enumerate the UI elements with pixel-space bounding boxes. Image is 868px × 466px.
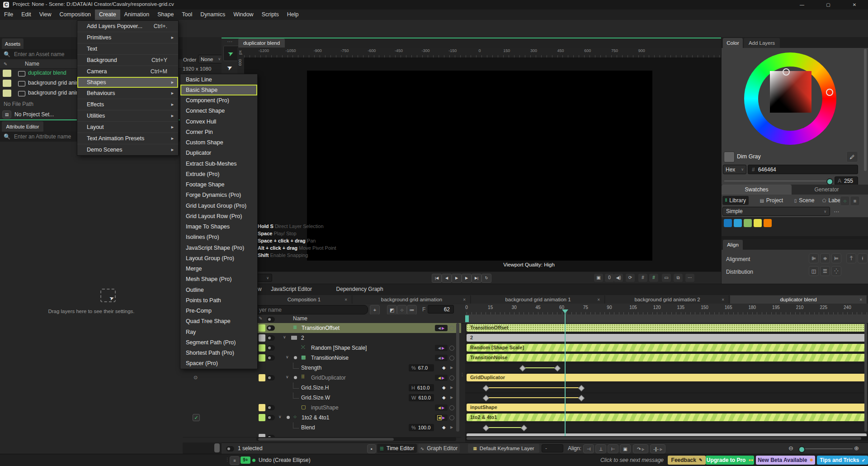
input-arrow-icon[interactable]: ◀ [438, 406, 441, 410]
attribute-value-field[interactable]: %67.0 [409, 364, 434, 371]
minimize-button[interactable]: — [796, 1, 808, 9]
layer-color-swatch[interactable] [259, 334, 265, 342]
submenu-item-segment-path-pro-[interactable]: Segment Path (Pro) [180, 337, 257, 347]
track-bar[interactable]: Random [Shape Scale] [467, 344, 867, 352]
layer-io-buttons[interactable]: ◀▶ [435, 375, 448, 381]
layer-target-circle[interactable] [449, 415, 454, 420]
submenu-item-outline[interactable]: Outline [180, 285, 257, 295]
swatch-chip[interactable] [734, 219, 742, 227]
lib-tab-project[interactable]: ▤Project [757, 196, 786, 205]
menu-item-text-animation-presets[interactable]: Text Animation Presets► [77, 133, 178, 144]
submenu-item-component-pro-[interactable]: Component (Pro) [180, 95, 257, 106]
keyframe-align-button[interactable]: ▣ [620, 444, 631, 453]
layer-row-1to2-4to1[interactable]: ∨⁘1to2 & 4to1◀▶ [183, 413, 461, 423]
zoom-out-icon[interactable]: ⊖ [788, 445, 793, 452]
tab-generator[interactable]: Generator [792, 185, 862, 195]
alpha-field[interactable]: A 255 [835, 176, 858, 185]
timeline-ruler[interactable]: 0153045607590105120135150165180195210225… [465, 304, 868, 315]
keyframe[interactable] [521, 425, 527, 431]
menu-window[interactable]: Window [229, 10, 257, 20]
keyframe-snap-button[interactable]: ↷ ▹ [633, 444, 648, 453]
keyframe-toggle-icon[interactable]: ◆ [442, 425, 446, 430]
output-arrow-icon[interactable]: ▶ [442, 356, 444, 360]
transport-play-button[interactable]: ▶ [452, 274, 462, 283]
input-arrow-icon[interactable]: ◀ [438, 326, 441, 330]
expression-arrow-icon[interactable]: ▶ [450, 385, 453, 390]
menu-shape[interactable]: Shape [153, 10, 178, 20]
keyframe[interactable] [483, 395, 489, 401]
dopesheet[interactable]: 0153045607590105120135150165180195210225… [465, 304, 868, 443]
dopesheet-vscroll[interactable] [864, 323, 867, 432]
submenu-item-pre-comp[interactable]: Pre-Comp [180, 306, 257, 316]
menu-edit[interactable]: Edit [17, 10, 35, 20]
track-bar[interactable]: 1to2 & 4to1 [467, 414, 867, 421]
menu-file[interactable]: File [0, 10, 17, 20]
sv-handle[interactable] [783, 68, 790, 76]
menu-scripts[interactable]: Scripts [258, 10, 283, 20]
menu-item-effects[interactable]: Effects► [77, 99, 178, 110]
layer-target-circle[interactable] [449, 376, 454, 380]
swatch-chip[interactable] [754, 219, 762, 227]
next-message-link[interactable]: Click to see next message [592, 457, 664, 463]
viewport-refresh-icon[interactable]: ⟳ [626, 274, 635, 282]
lib-tab-scene[interactable]: ▯Scene [792, 196, 817, 205]
keyframe-toggle-icon[interactable]: ◆ [442, 365, 446, 370]
keyframe-snap-button[interactable]: -∥- ▹ [650, 444, 665, 453]
layer-color-swatch[interactable] [259, 414, 265, 421]
layer-color-swatch[interactable] [259, 374, 265, 381]
comp-tab-background-grid-animation-1[interactable]: background grid animation 1× [472, 295, 605, 304]
submenu-item-grid-layout-row-pro-[interactable]: Grid Layout Row (Pro) [180, 211, 257, 221]
submenu-item-layout-group-pro-[interactable]: Layout Group (Pro) [180, 253, 257, 263]
badge-new-beta-available[interactable]: New Beta Available✹ [756, 456, 815, 465]
swatch-group-dropdown[interactable]: Simple ∨ [722, 207, 830, 216]
default-keyframe-layer-dropdown[interactable]: ▦ Default Keyframe Layer [468, 444, 539, 453]
tab-add-layers[interactable]: Add Layers [744, 38, 780, 48]
track-bar[interactable]: GridDuplicator [467, 374, 867, 381]
layer-visibility-toggle[interactable] [267, 335, 275, 341]
keyframe[interactable] [578, 395, 585, 401]
layer-color-swatch[interactable] [259, 344, 265, 352]
dopesheet-hscroll[interactable] [465, 436, 868, 441]
keyframe-toggle-icon[interactable]: ◆ [442, 395, 446, 400]
expression-arrow-icon[interactable]: ▶ [450, 395, 453, 399]
submenu-item-extrude-pro-[interactable]: Extrude (Pro) [180, 169, 257, 179]
submenu-item-basic-line[interactable]: Basic Line [180, 74, 257, 85]
close-tab-icon[interactable]: × [344, 297, 347, 302]
alignment-button[interactable]: ⍑ [846, 253, 856, 263]
swatch-chip[interactable] [764, 219, 772, 227]
alpha-slider-track[interactable] [724, 181, 829, 181]
menu-item-add-layers-popover-[interactable]: Add Layers Popover...Ctrl+. [77, 21, 178, 32]
track-bar[interactable]: TransitionOffset [467, 324, 867, 332]
frame-number-field[interactable]: 62 [428, 305, 454, 314]
hue-wheel[interactable] [744, 52, 836, 145]
grid-view-icon[interactable]: ⁘ [840, 196, 850, 206]
keyframe[interactable] [519, 365, 526, 371]
layer-row-blend[interactable]: Blend%100.0◆▶ [183, 423, 461, 433]
collapse-arrow-icon[interactable]: ∨ [286, 375, 289, 379]
input-arrow-icon[interactable]: ◀ [438, 356, 441, 360]
layer-target-circle[interactable] [449, 405, 454, 410]
transport-loop-button[interactable]: ↻ [481, 274, 491, 283]
output-arrow-icon[interactable]: ▶ [442, 346, 444, 350]
color-mode-dropdown[interactable]: Hex ∨ [723, 165, 746, 174]
submenu-item-merge[interactable]: Merge [180, 264, 257, 274]
keyframe-align-button[interactable]: ⊥ [595, 444, 606, 453]
layer-io-buttons[interactable]: ◀▶ [435, 404, 448, 411]
layer-visibility-toggle[interactable] [267, 325, 275, 331]
input-arrow-icon[interactable]: ◀ [438, 416, 441, 420]
layer-io-buttons[interactable]: ◀▶ [435, 355, 448, 361]
keyframe-align-button[interactable]: ⊣ [583, 444, 594, 453]
submenu-item-points-to-path[interactable]: Points to Path [180, 295, 257, 305]
expression-arrow-icon[interactable]: ▶ [450, 366, 453, 370]
submenu-item-forge-dynamics-pro-[interactable]: Forge Dynamics (Pro) [180, 190, 257, 200]
eyedropper-button[interactable]: 🖉 [846, 151, 858, 162]
distribution-button[interactable]: ☰ [820, 266, 830, 276]
transport-go-to-end-button[interactable]: ▶| [472, 274, 481, 283]
keyframe-value-field[interactable]: - [542, 444, 563, 452]
layer-list-scrollbar[interactable] [456, 323, 459, 432]
layer-color-swatch[interactable] [259, 324, 265, 332]
keyframe-align-button[interactable]: ⊢ [608, 444, 618, 453]
messages-icon[interactable]: ≡ [230, 456, 240, 465]
viewport-more-dots-icon[interactable]: ⋯ [685, 274, 694, 282]
list-view-icon[interactable]: ≡ [850, 196, 860, 206]
